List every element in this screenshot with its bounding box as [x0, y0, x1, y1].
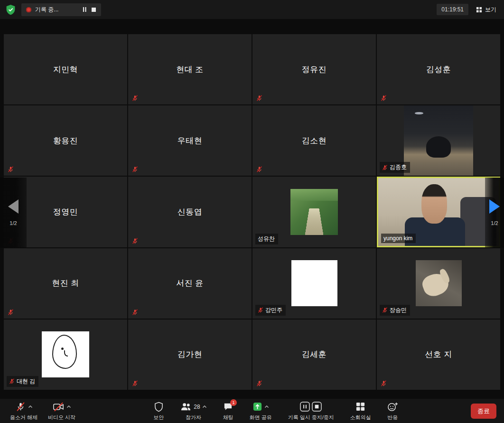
next-page-button[interactable]: 1/2 [485, 178, 504, 248]
stop-recording-icon[interactable] [91, 7, 96, 12]
page-indicator: 1/2 [491, 220, 498, 226]
participant-name: 정영민 [53, 207, 78, 217]
participant-tile[interactable]: 대현 김 [4, 320, 127, 390]
muted-mic-icon [381, 380, 387, 386]
muted-mic-icon [258, 307, 263, 313]
chevron-up-icon[interactable] [66, 405, 71, 408]
participant-tile[interactable]: 우태현 [128, 105, 252, 176]
participant-tile[interactable]: 서진 윤 [128, 248, 252, 319]
chat-unread-badge: 1 [230, 399, 237, 406]
participant-label: 성유찬 [255, 234, 278, 244]
participants-icon [180, 402, 192, 412]
participant-name: 우태현 [177, 135, 203, 146]
security-label: 보안 [153, 414, 164, 421]
stop-recording-icon[interactable] [312, 402, 322, 412]
participant-label: 김종호 [380, 162, 410, 173]
participant-video [404, 105, 473, 176]
participant-name: 김종호 [390, 163, 407, 171]
muted-mic-icon [256, 95, 262, 101]
muted-mic-icon [132, 166, 138, 172]
share-screen-button[interactable]: 화면 공유 [244, 399, 277, 423]
participant-name: 현진 최 [52, 278, 79, 289]
participant-tile[interactable]: 김종호 [377, 105, 500, 176]
participants-button[interactable]: 28 참가자 [175, 399, 212, 423]
page-indicator: 1/2 [9, 220, 17, 226]
muted-mic-icon [256, 166, 262, 172]
participant-tile[interactable]: 현대 조 [128, 34, 252, 104]
chevron-up-icon[interactable] [28, 405, 33, 408]
participant-name: 김가현 [177, 349, 203, 360]
chevron-up-icon[interactable] [202, 405, 207, 408]
participant-tile[interactable]: 강민주 [252, 248, 376, 319]
topbar: 기록 중... 01:19:51 보기 [0, 0, 504, 19]
participant-tile[interactable]: 현진 최 [4, 248, 127, 319]
recording-controls-button[interactable]: 기록 일시 중지/중지 [283, 399, 339, 423]
participant-name: 정유진 [302, 64, 327, 75]
participant-tile[interactable]: 황용진 [4, 105, 127, 176]
participant-name: 강민주 [265, 306, 282, 314]
unmute-button[interactable]: 음소거 해제 [5, 399, 43, 423]
reactions-button[interactable]: 반응 [382, 399, 403, 423]
chat-button[interactable]: 1 채팅 [218, 399, 239, 423]
participant-tile[interactable]: 김세훈 [252, 320, 376, 390]
chat-label: 채팅 [223, 414, 233, 421]
prev-page-arrow-icon [8, 199, 19, 214]
muted-mic-icon [381, 95, 387, 101]
participants-count: 28 [194, 404, 200, 410]
participant-label: 대현 김 [7, 376, 38, 387]
security-button[interactable]: 보안 [148, 399, 169, 423]
zoom-meeting-window: 기록 중... 01:19:51 보기 [0, 0, 504, 423]
breakout-rooms-label: 소회의실 [350, 414, 371, 421]
view-button[interactable]: 보기 [474, 4, 498, 16]
participant-name: 황용진 [53, 135, 78, 146]
participant-grid: 지민혁 현대 조 정유진 [4, 34, 500, 390]
chat-bubble-icon: 1 [223, 402, 233, 412]
start-video-button[interactable]: 비디오 시작 [43, 399, 81, 423]
recording-controls-label: 기록 일시 중지/중지 [288, 414, 334, 421]
participant-label: 장승민 [380, 305, 410, 316]
participant-tile[interactable]: 김성훈 [377, 34, 500, 104]
participant-video [291, 260, 337, 306]
participant-tile[interactable]: yungon kim [377, 177, 500, 247]
muted-mic-icon [382, 307, 388, 313]
participant-name: 선호 지 [425, 349, 452, 360]
participant-tile[interactable]: 김소현 [252, 105, 376, 176]
pause-recording-icon[interactable] [300, 402, 310, 412]
participant-tile[interactable]: 성유찬 [252, 177, 376, 247]
unmute-label: 음소거 해제 [10, 414, 37, 421]
muted-mic-icon [132, 309, 138, 315]
muted-mic-icon [9, 378, 15, 384]
participant-tile[interactable]: 지민혁 [4, 34, 127, 104]
participant-video [290, 189, 338, 235]
muted-mic-icon [382, 165, 388, 170]
end-meeting-button[interactable]: 종료 [471, 404, 496, 419]
participant-name: 현대 조 [176, 64, 204, 75]
participant-tile[interactable]: 장승민 [377, 248, 500, 319]
shield-icon [154, 402, 163, 412]
meeting-toolbar: 음소거 해제 비디오 시작 [0, 399, 504, 423]
participant-video [416, 260, 462, 306]
start-video-label: 비디오 시작 [48, 414, 75, 421]
pause-recording-icon[interactable] [82, 7, 87, 12]
participant-name: 지민혁 [53, 64, 78, 75]
muted-mic-icon [8, 166, 14, 172]
participant-tile[interactable]: 선호 지 [377, 320, 500, 390]
view-label: 보기 [485, 6, 496, 14]
share-screen-icon [252, 402, 262, 412]
participant-name: 신동엽 [177, 207, 203, 217]
muted-mic-icon [132, 238, 138, 244]
meeting-security-shield-icon [6, 4, 16, 15]
muted-mic-icon [132, 95, 138, 101]
breakout-rooms-button[interactable]: 소회의실 [345, 399, 376, 423]
participant-tile[interactable]: 김가현 [128, 320, 252, 390]
participant-video [42, 331, 89, 377]
recording-indicator: 기록 중... [21, 3, 101, 16]
prev-page-button[interactable]: 1/2 [0, 178, 27, 248]
participant-label: yungon kim [381, 234, 416, 243]
chevron-up-icon[interactable] [264, 405, 269, 408]
next-page-arrow-icon [489, 199, 500, 214]
participant-tile[interactable]: 정유진 [252, 34, 376, 104]
participants-label: 참가자 [186, 414, 201, 421]
participant-tile[interactable]: 신동엽 [128, 177, 252, 247]
participant-name: 김세훈 [302, 349, 327, 360]
